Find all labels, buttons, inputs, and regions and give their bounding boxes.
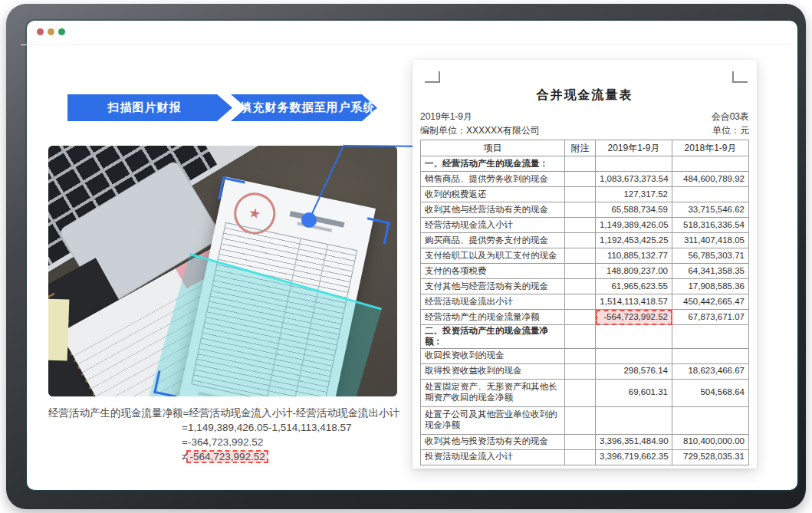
row-label: 购买商品、提供劳务支付的现金 — [421, 233, 565, 248]
row-note — [565, 294, 596, 310]
row-value-2018: 18,623,466.67 — [672, 363, 749, 379]
row-value-2018 — [672, 406, 749, 434]
corner-mark-left — [425, 71, 440, 83]
table-row: 收回投资收到的现金 — [421, 348, 749, 363]
table-row: 销售商品、提供劳务收到的现金1,083,673,373.54484,600,78… — [421, 172, 749, 187]
row-value-2018: 67,873,671.07 — [672, 310, 749, 325]
row-note — [565, 264, 596, 279]
header-divider — [21, 44, 791, 45]
row-value-2019: 148,809,237.00 — [596, 264, 672, 279]
table-row: 经营活动现金流出小计1,514,113,418.57450,442,665.47 — [421, 294, 749, 310]
row-label: 处置子公司及其他营业单位收到的现金净额 — [421, 406, 565, 434]
maximize-window-icon[interactable] — [58, 28, 65, 35]
row-value-2018: 33,715,546.62 — [672, 202, 749, 218]
row-value-2019 — [596, 325, 672, 349]
row-note — [565, 434, 596, 449]
formula-line-2: =1,149,389,426.05-1,514,113,418.57 — [182, 420, 409, 435]
row-value-2019: 1,192,453,425.25 — [596, 233, 672, 248]
row-label: 收到其他与经营活动有关的现金 — [421, 202, 565, 218]
mismatched-value: -564,723,992.52 — [187, 451, 267, 462]
sticky-note — [48, 298, 69, 360]
row-value-2019: 127,317.52 — [596, 187, 672, 202]
row-value-2018: 450,442,665.47 — [672, 294, 749, 310]
statement-sheet-no: 会合03表 — [712, 110, 749, 123]
app-window: 扫描图片财报 填充财务数据至用户系统 ★ — [0, 0, 812, 513]
row-value-2019: 69,601.31 — [596, 379, 672, 406]
row-note — [565, 325, 596, 349]
col-2019: 2019年1-9月 — [596, 140, 672, 156]
scan-bracket-bottom-left — [153, 370, 181, 396]
row-value-2018: 504,568.64 — [672, 379, 749, 406]
table-row: 投资活动现金流入小计3,396,719,662.35729,528,035.31 — [421, 449, 749, 465]
step-fill-banner[interactable]: 填充财务数据至用户系统 — [231, 94, 377, 121]
close-window-icon[interactable] — [37, 28, 44, 35]
row-value-2018: 810,400,000.00 — [672, 434, 749, 449]
table-row: 经营活动产生的现金流量净额-564,723,992.5267,873,671.0… — [421, 310, 749, 325]
row-note — [565, 156, 596, 172]
table-row: 处置子公司及其他营业单位收到的现金净额 — [421, 406, 749, 434]
row-value-2019: 61,965,623.55 — [596, 279, 672, 294]
scan-bracket-top-left — [218, 176, 245, 204]
row-label: 处置固定资产、无形资产和其他长期资产收回的现金净额 — [421, 379, 565, 406]
table-row: 支付其他与经营活动有关的现金61,965,623.5517,908,585.36 — [421, 279, 749, 294]
row-value-2019: 1,514,113,418.57 — [596, 294, 672, 310]
row-value-2019: 1,149,389,426.05 — [596, 218, 672, 233]
row-value-2018: 311,407,418.05 — [672, 233, 749, 248]
row-value-2018 — [672, 325, 749, 349]
traffic-lights — [37, 28, 65, 35]
step-scan-label: 扫描图片财报 — [108, 100, 182, 115]
table-row: 收到其他与投资活动有关的现金3,396,351,484.90810,400,00… — [421, 434, 749, 449]
row-value-2018: 518,316,336.54 — [672, 218, 749, 233]
row-label: 收到其他与投资活动有关的现金 — [421, 434, 565, 449]
table-row: 收到的税费返还127,317.52 — [421, 187, 749, 202]
row-label: 二、投资活动产生的现金流量净额： — [421, 325, 565, 349]
row-value-2018 — [672, 348, 749, 363]
row-label: 经营活动产生的现金流量净额 — [421, 310, 565, 325]
table-row: 取得投资收益收到的现金298,576.1418,623,466.67 — [421, 363, 749, 379]
row-value-2019 — [596, 156, 672, 172]
col-2018: 2018年1-9月 — [672, 140, 749, 156]
corner-mark-right — [732, 71, 748, 83]
row-label: 支付给职工以及为职工支付的现金 — [421, 248, 565, 264]
row-note — [565, 279, 596, 294]
row-label: 收到的税费返还 — [421, 187, 565, 202]
table-row: 收到其他与经营活动有关的现金65,588,734.5933,715,546.62 — [421, 202, 749, 218]
formula-line-1: 经营活动产生的现金流量净额=经营活动现金流入小计-经营活动现金流出小计 — [48, 406, 409, 420]
statement-unit: 单位：元 — [712, 124, 749, 137]
col-note: 附注 — [565, 140, 596, 156]
row-note — [565, 233, 596, 248]
table-row: 支付给职工以及为职工支付的现金110,885,132.7756,785,303.… — [421, 248, 749, 264]
formula-line-4: ≠-564,723,992.52 — [182, 449, 409, 464]
row-note — [565, 218, 596, 233]
row-value-2018 — [672, 187, 749, 202]
row-note — [565, 310, 596, 325]
minimize-window-icon[interactable] — [48, 28, 54, 35]
row-value-2019: 3,396,351,484.90 — [596, 434, 672, 449]
row-label: 收回投资收到的现金 — [421, 348, 565, 363]
row-value-2019 — [596, 406, 672, 434]
statement-meta-row: 编制单位：XXXXXX有限公司 单位：元 — [420, 124, 749, 137]
row-note — [565, 363, 596, 379]
statement-prepared-by: 编制单位：XXXXXX有限公司 — [420, 124, 540, 137]
table-header-row: 项目 附注 2019年1-9月 2018年1-9月 — [421, 140, 749, 156]
row-value-2019: 3,396,719,662.35 — [596, 449, 672, 465]
col-item: 项目 — [421, 140, 565, 156]
row-note — [565, 187, 596, 202]
row-value-2019: -564,723,992.52 — [596, 310, 672, 325]
row-label: 支付的各项税费 — [421, 264, 565, 279]
statement-period: 2019年1-9月 — [420, 110, 472, 123]
scan-bracket-top-right — [363, 217, 390, 245]
row-value-2019: 298,576.14 — [596, 363, 672, 379]
statement-title: 合并现金流量表 — [413, 87, 757, 104]
table-row: 一、经营活动产生的现金流量： — [421, 156, 749, 172]
row-label: 一、经营活动产生的现金流量： — [421, 156, 565, 172]
statement-meta-row: 2019年1-9月 会合03表 — [420, 110, 749, 123]
table-row: 购买商品、提供劳务支付的现金1,192,453,425.25311,407,41… — [421, 233, 749, 248]
row-note — [565, 406, 596, 434]
row-note — [565, 172, 596, 187]
table-row: 支付的各项税费148,809,237.0064,341,358.35 — [421, 264, 749, 279]
row-value-2018 — [672, 156, 749, 172]
row-value-2018: 64,341,358.35 — [672, 264, 749, 279]
step-scan-banner[interactable]: 扫描图片财报 — [67, 94, 232, 121]
row-label: 取得投资收益收到的现金 — [421, 363, 565, 379]
